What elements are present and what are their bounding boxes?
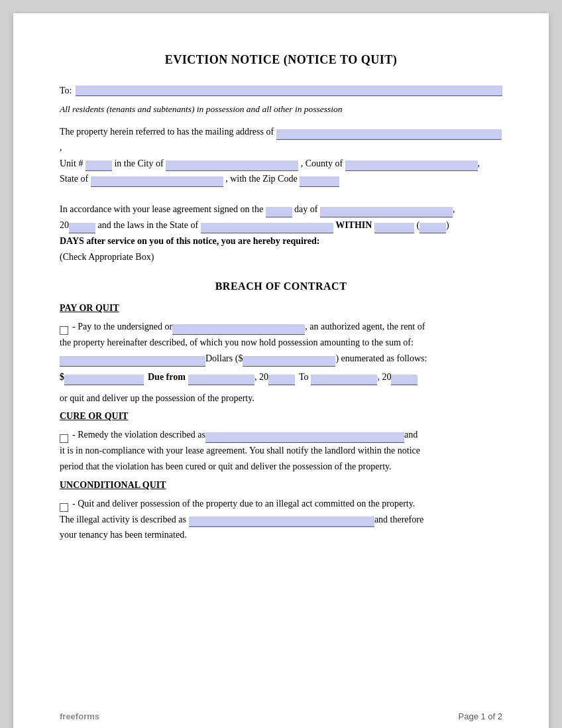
day-field[interactable]: [266, 207, 292, 217]
check-box-text: (Check Appropriate Box): [60, 252, 154, 262]
cure-or-quit-title: CURE OR QUIT: [60, 411, 502, 422]
within-text: WITHIN: [335, 220, 372, 230]
authorized-agent-field[interactable]: [172, 324, 305, 335]
to-field[interactable]: [76, 86, 502, 96]
to-label2: To: [299, 369, 309, 385]
cure-text-d: period that the violation has been cured…: [60, 459, 502, 475]
pay-text-b: , an authorized agent, the rent of: [305, 319, 425, 335]
brand-forms: forms: [76, 711, 99, 721]
zip-label: , with the Zip Code: [225, 174, 298, 184]
dollars-amount-field[interactable]: [243, 356, 335, 367]
lease-text-b: day of: [294, 204, 317, 214]
unconditional-text-d: your tenancy has been terminated.: [60, 527, 502, 543]
unconditional-quit-section: UNCONDITIONAL QUIT - Quit and deliver po…: [60, 480, 502, 543]
due-from-date-field[interactable]: [188, 375, 254, 385]
zip-field[interactable]: [300, 176, 339, 187]
pay-text-a: - Pay to the undersigned or: [72, 319, 172, 335]
pay-or-quit-title: PAY OR QUIT: [60, 303, 502, 314]
breach-title: BREACH OF CONTRACT: [60, 280, 502, 292]
dollars-words-field[interactable]: [60, 356, 205, 367]
pay-or-quit-section: PAY OR QUIT - Pay to the undersigned or …: [60, 303, 502, 406]
unconditional-text-a: - Quit and deliver possession of the pro…: [72, 496, 415, 512]
unconditional-text-b: The illegal activity is described as: [60, 512, 186, 528]
pay-or-quit-checkbox[interactable]: [60, 326, 68, 335]
pay-text-c: the property hereinafter described, of w…: [60, 335, 502, 351]
state-field[interactable]: [91, 176, 223, 187]
to-label: To:: [60, 86, 72, 96]
unconditional-text-c: and therefore: [374, 512, 423, 528]
dollar-sign: $: [60, 369, 64, 385]
state-of-text: and the laws in the State of: [98, 220, 199, 230]
paren-close: ): [446, 220, 449, 230]
address-text-a: The property herein referred to has the …: [60, 127, 274, 137]
brand-free: free: [60, 711, 76, 721]
brand-logo: freeforms: [60, 711, 99, 721]
due-to-year-field[interactable]: [391, 375, 418, 385]
city-field[interactable]: [166, 160, 298, 171]
mailing-address-field[interactable]: [276, 129, 502, 140]
days-field[interactable]: [374, 223, 414, 233]
cure-text-a: - Remedy the violation described as: [72, 427, 205, 443]
unit-field[interactable]: [85, 160, 112, 171]
lease-text-a: In accordance with your lease agreement …: [60, 204, 263, 214]
quit-deliver-text: or quit and deliver up the possession of…: [60, 391, 502, 406]
footer: freeforms Page 1 of 2: [60, 711, 502, 721]
due-comma: , 20: [254, 369, 268, 385]
dollars-label-b: ) enumerated as follows:: [335, 351, 427, 367]
year-field[interactable]: [69, 223, 95, 233]
unit-label: Unit #: [60, 158, 83, 168]
illegal-activity-field[interactable]: [189, 516, 374, 527]
page-number: Page 1 of 2: [459, 711, 503, 721]
due-from-row: $ Due from , 20 To , 20: [60, 369, 502, 385]
cure-or-quit-checkbox[interactable]: [60, 434, 68, 443]
unconditional-paragraph: - Quit and deliver possession of the pro…: [60, 496, 502, 543]
cure-text-c: it is in non-compliance with your lease …: [60, 443, 502, 459]
cure-or-quit-section: CURE OR QUIT - Remedy the violation desc…: [60, 411, 502, 474]
italic-residents-line: All residents (tenants and subtenants) i…: [60, 104, 502, 115]
pay-or-quit-paragraph: - Pay to the undersigned or , an authori…: [60, 319, 502, 406]
cure-paragraph: - Remedy the violation described as and …: [60, 427, 502, 474]
state-law-field[interactable]: [201, 223, 333, 233]
year-prefix: 20: [60, 220, 69, 230]
cure-text-b: and: [404, 427, 418, 443]
document-title: EVICTION NOTICE (NOTICE TO QUIT): [60, 53, 502, 67]
due-from-label: Due from: [148, 369, 186, 385]
due-to-date-field[interactable]: [311, 375, 377, 385]
violation-field[interactable]: [205, 432, 404, 443]
unconditional-quit-title: UNCONDITIONAL QUIT: [60, 480, 502, 491]
amount-due-field[interactable]: [64, 375, 144, 385]
month-year-field[interactable]: [320, 207, 453, 217]
document-page: EVICTION NOTICE (NOTICE TO QUIT) To: All…: [13, 13, 549, 728]
due-comma2: , 20: [377, 369, 391, 385]
state-label: State of: [60, 174, 88, 184]
days-abbrev-field[interactable]: [420, 223, 446, 233]
days-after-text: DAYS after service on you of this notice…: [60, 236, 320, 246]
unconditional-quit-checkbox[interactable]: [60, 503, 68, 512]
dollars-row: Dollars ($ ) enumerated as follows:: [60, 351, 502, 367]
county-field[interactable]: [345, 160, 478, 171]
county-label: , County of: [301, 158, 343, 168]
lease-paragraph: In accordance with your lease agreement …: [60, 202, 502, 265]
dollars-label-a: Dollars ($: [205, 351, 243, 367]
address-paragraph: The property herein referred to has the …: [60, 124, 502, 187]
to-row: To:: [60, 86, 502, 96]
city-label: in the City of: [114, 158, 163, 168]
due-from-year-field[interactable]: [268, 375, 295, 385]
